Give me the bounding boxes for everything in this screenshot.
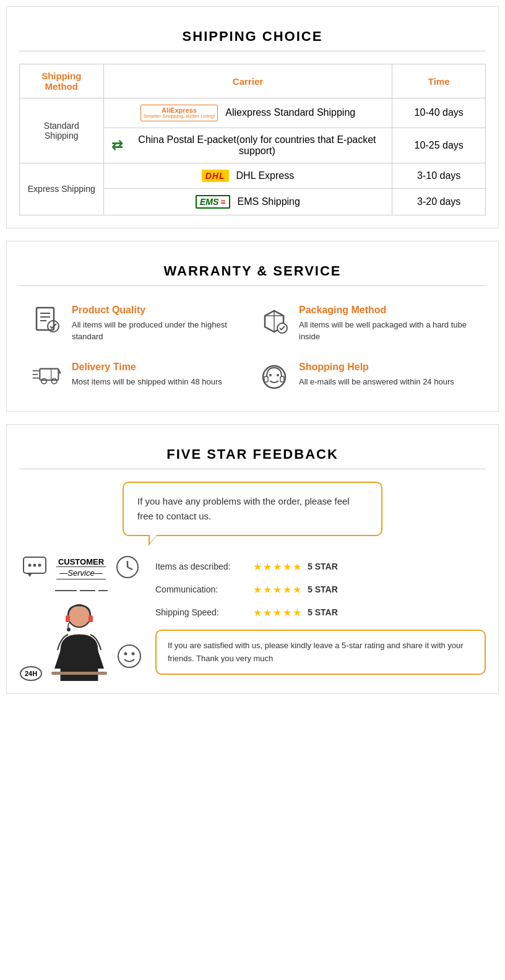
time-ems: 3-20 days: [392, 188, 486, 215]
rating-communication: Communication: ★★★★★ 5 STAR: [155, 584, 486, 596]
header-carrier: Carrier: [103, 64, 392, 98]
svg-rect-28: [66, 615, 70, 622]
svg-rect-18: [264, 376, 268, 382]
packaging-desc: All items will be well packaged with a h…: [299, 319, 473, 343]
svg-rect-19: [280, 376, 284, 382]
delivery-time-icon: [32, 362, 63, 392]
delivery-title: Delivery Time: [72, 362, 222, 373]
clock-icon: [115, 555, 140, 582]
aliexpress-logo: AliExpress Smarter Shopping, Better Livi…: [140, 105, 218, 121]
rating-items-described: Items as described: ★★★★★ 5 STAR: [155, 561, 486, 573]
warranty-section: WARRANTY & SERVICE Product Quality All i…: [6, 241, 499, 412]
time-chinapost: 10-25 days: [392, 128, 486, 163]
stars-shipping: ★★★★★: [253, 607, 303, 618]
separator-lines: [55, 590, 108, 591]
method-express: Express Shipping: [20, 163, 104, 215]
carrier-chinapost: ⇄ China Postal E-packet(only for countri…: [103, 128, 392, 163]
time-dhl: 3-10 days: [392, 163, 486, 188]
stars-comm: ★★★★★: [253, 584, 303, 596]
carrier-aliexpress: AliExpress Smarter Shopping, Better Livi…: [103, 98, 392, 128]
smiley-icon: [116, 643, 142, 672]
svg-point-33: [124, 652, 127, 655]
speech-bubble-bottom: If you are satisfied with us, please kin…: [155, 630, 486, 675]
method-standard: Standard Shipping: [20, 98, 104, 163]
packaging-method-icon: [259, 305, 290, 336]
svg-point-16: [269, 374, 272, 376]
star-text-shipping: 5 STAR: [308, 607, 338, 617]
warranty-grid: Product Quality All items will be produc…: [19, 298, 486, 399]
packaging-text-block: Packaging Method All items will be well …: [299, 305, 473, 343]
speech-bubble-top: If you have any problems with the order,…: [123, 482, 382, 536]
cs-label: CUSTOMER —Service—: [56, 557, 105, 579]
shopping-text-block: Shopping Help All e-mails will be answer…: [299, 362, 454, 388]
svg-rect-31: [51, 672, 107, 675]
rating-label-shipping: Shipping Speed:: [155, 607, 248, 617]
packaging-title: Packaging Method: [299, 305, 473, 316]
time-aliexpress: 10-40 days: [392, 98, 486, 128]
svg-point-30: [67, 628, 71, 631]
ems-logo: EMS: [196, 195, 230, 209]
person-headset-icon: [48, 601, 110, 681]
feedback-bottom: CUSTOMER —Service—: [19, 555, 486, 681]
dhl-logo: DHL: [202, 170, 229, 182]
quality-desc: All items will be produced under the hig…: [72, 319, 246, 343]
chinapost-logo: ⇄: [111, 137, 123, 154]
customer-service-illustration: CUSTOMER —Service—: [19, 555, 143, 681]
warranty-item-delivery: Delivery Time Most items will be shipped…: [32, 362, 246, 392]
product-quality-icon: [32, 305, 63, 336]
shopping-help-icon: [259, 362, 290, 392]
svg-point-21: [28, 563, 32, 566]
table-row: Express Shipping DHL DHL Express 3-10 da…: [20, 163, 486, 188]
svg-line-26: [127, 567, 132, 570]
rating-label-comm: Communication:: [155, 584, 248, 594]
aliexpress-carrier-name: Aliexpress Standard Shipping: [225, 107, 355, 118]
svg-point-22: [33, 563, 37, 566]
svg-point-13: [41, 378, 46, 383]
feedback-title: FIVE STAR FEEDBACK: [19, 437, 486, 469]
table-row: Standard Shipping AliExpress Smarter Sho…: [20, 98, 486, 128]
delivery-desc: Most items will be shipped within 48 hou…: [72, 376, 222, 388]
shipping-title: SHIPPING CHOICE: [19, 19, 486, 51]
svg-point-34: [132, 652, 135, 655]
warranty-item-quality: Product Quality All items will be produc…: [32, 305, 246, 343]
svg-point-17: [277, 374, 279, 376]
star-text-comm: 5 STAR: [308, 584, 338, 594]
dhl-carrier-name: DHL Express: [236, 170, 295, 181]
h24-badge: 24H: [20, 666, 42, 681]
svg-point-14: [51, 378, 56, 383]
warranty-title: WARRANTY & SERVICE: [19, 254, 486, 286]
shipping-table: Shipping Method Carrier Time Standard Sh…: [19, 64, 486, 215]
svg-rect-29: [88, 615, 93, 622]
quality-text-block: Product Quality All items will be produc…: [72, 305, 246, 343]
warranty-item-shopping: Shopping Help All e-mails will be answer…: [259, 362, 473, 392]
rating-label-items: Items as described:: [155, 562, 248, 571]
ratings-block: Items as described: ★★★★★ 5 STAR Communi…: [155, 555, 486, 675]
svg-point-32: [118, 645, 140, 667]
shipping-section: SHIPPING CHOICE Shipping Method Carrier …: [6, 6, 499, 228]
ems-carrier-name: EMS Shipping: [238, 196, 300, 207]
shopping-title: Shopping Help: [299, 362, 454, 373]
header-time: Time: [392, 64, 486, 98]
chinapost-carrier-name: China Postal E-packet(only for countries…: [130, 134, 385, 157]
warranty-item-packaging: Packaging Method All items will be well …: [259, 305, 473, 343]
svg-point-23: [38, 563, 41, 566]
feedback-section: FIVE STAR FEEDBACK If you have any probl…: [6, 424, 499, 694]
star-text-items: 5 STAR: [308, 562, 338, 571]
quality-title: Product Quality: [72, 305, 246, 316]
delivery-text-block: Delivery Time Most items will be shipped…: [72, 362, 222, 388]
carrier-ems: EMS EMS Shipping: [103, 188, 392, 215]
chat-bubble-icon: [22, 556, 47, 581]
rating-shipping-speed: Shipping Speed: ★★★★★ 5 STAR: [155, 607, 486, 618]
header-method: Shipping Method: [20, 64, 104, 98]
stars-items: ★★★★★: [253, 561, 303, 573]
carrier-dhl: DHL DHL Express: [103, 163, 392, 188]
shopping-desc: All e-mails will be answered within 24 h…: [299, 376, 454, 388]
